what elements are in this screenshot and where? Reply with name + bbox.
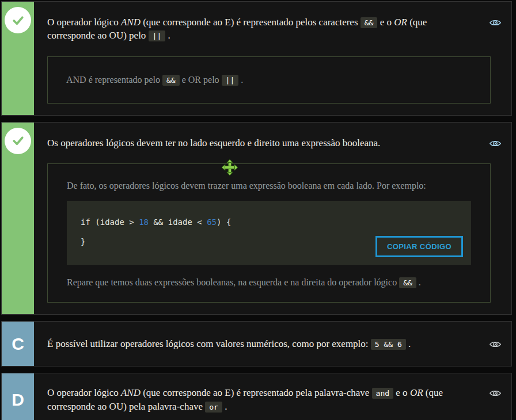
answer-content: É possível utilizar operadores lógicos c…	[34, 322, 511, 366]
answer-text: O operador lógico AND (que corresponde a…	[47, 16, 472, 43]
answer-marker-c: C	[2, 322, 34, 366]
answer-marker-correct	[2, 2, 34, 115]
checkmark-icon	[10, 13, 26, 28]
feedback-panel: AND é representado pelo && e OR pelo || …	[47, 56, 491, 104]
answer-content: O operador lógico AND (que corresponde a…	[34, 373, 511, 420]
answer-content: O operador lógico AND (que corresponde a…	[34, 2, 511, 115]
visibility-toggle-button[interactable]	[488, 388, 502, 399]
checkmark-icon	[10, 133, 26, 148]
answer-title-row: O operador lógico AND (que corresponde a…	[47, 16, 502, 43]
answer-option-c: C É possível utilizar operadores lógicos…	[1, 321, 512, 366]
answer-text: O operador lógico AND (que corresponde a…	[47, 386, 472, 413]
feedback-outro-text: Repare que temos duas expressões boolean…	[67, 276, 471, 289]
feedback-panel: De fato, os operadores lógicos devem tra…	[47, 163, 491, 303]
correct-check-icon	[5, 128, 31, 154]
eye-icon	[490, 18, 501, 27]
move-cursor-icon	[221, 159, 238, 176]
visibility-toggle-button[interactable]	[488, 17, 502, 28]
code-line: if (idade > 18 && idade < 65) {	[81, 212, 457, 232]
answer-content: Os operadores lógicos devem ter no lado …	[34, 123, 511, 314]
visibility-toggle-button[interactable]	[488, 138, 502, 149]
correct-check-icon	[5, 7, 31, 33]
answer-title-row: É possível utilizar operadores lógicos c…	[47, 337, 502, 350]
answer-marker-correct	[2, 123, 34, 314]
copy-code-button[interactable]: COPIAR CÓDIGO	[375, 236, 463, 257]
eye-icon	[490, 340, 501, 349]
feedback-text: AND é representado pelo && e OR pelo || …	[66, 73, 472, 87]
quiz-review-page: { "colors": { "correct_marker_green": "#…	[0, 0, 516, 420]
feedback-intro-text: De fato, os operadores lógicos devem tra…	[67, 179, 471, 193]
answer-text: É possível utilizar operadores lógicos c…	[47, 337, 472, 350]
answer-text: Os operadores lógicos devem ter no lado …	[47, 136, 472, 150]
option-letter: D	[12, 390, 24, 410]
visibility-toggle-button[interactable]	[488, 339, 502, 350]
eye-icon	[490, 139, 501, 148]
answer-marker-d: D	[2, 373, 34, 420]
code-snippet: if (idade > 18 && idade < 65) { } COPIAR…	[67, 201, 471, 265]
answer-option-b: Os operadores lógicos devem ter no lado …	[1, 122, 512, 315]
answer-option-d: D O operador lógico AND (que corresponde…	[1, 373, 512, 420]
answer-title-row: O operador lógico AND (que corresponde a…	[47, 386, 502, 413]
answer-option-a: O operador lógico AND (que corresponde a…	[1, 1, 512, 116]
option-letter: C	[12, 334, 24, 354]
eye-icon	[490, 389, 501, 398]
answer-title-row: Os operadores lógicos devem ter no lado …	[47, 136, 502, 150]
